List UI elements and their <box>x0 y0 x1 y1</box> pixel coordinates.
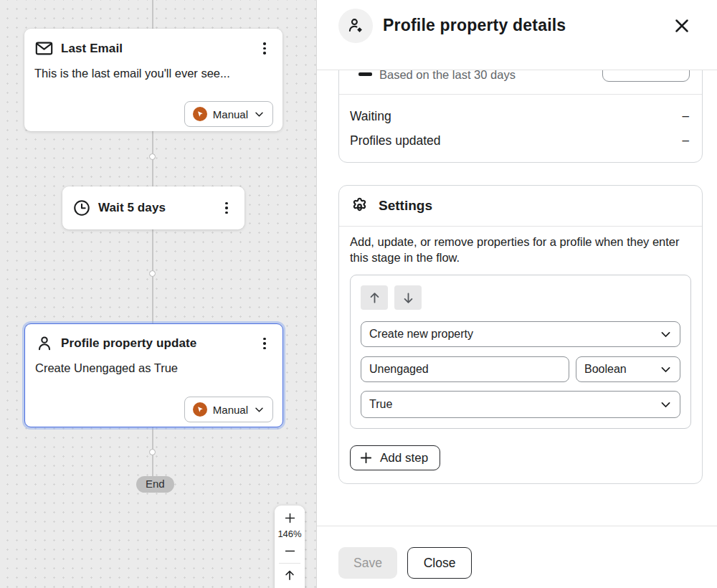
connector-dot[interactable] <box>149 153 156 160</box>
email-icon <box>34 39 54 58</box>
stat-value: – <box>683 133 691 148</box>
node-title: Wait 5 days <box>98 201 212 215</box>
property-step-editor: Create new property <box>350 275 691 429</box>
settings-card-header: Settings <box>339 186 702 227</box>
node-description: Create Unengaged as True <box>35 361 272 375</box>
panel-footer: Save Close <box>317 526 717 588</box>
stat-label: Waiting <box>350 109 391 124</box>
flow-canvas[interactable]: Last Email This is the last email you'll… <box>0 0 316 588</box>
canvas-zoom-toolbar: 146% <box>275 506 305 588</box>
analytics-rows: Waiting – Profiles updated – <box>339 95 702 162</box>
reorder-controls <box>361 285 680 310</box>
panel-header: Profile property details <box>317 0 717 70</box>
connector-dot[interactable] <box>149 270 156 277</box>
clock-icon <box>72 199 91 217</box>
zoom-out-button[interactable] <box>275 541 305 560</box>
stat-row-waiting: Waiting – <box>350 104 691 128</box>
add-step-button[interactable]: Add step <box>350 445 440 470</box>
flow-node-profile-property-update[interactable]: Profile property update Create Unengaged… <box>24 323 283 427</box>
save-button[interactable]: Save <box>338 547 397 579</box>
node-status-dropdown[interactable]: Manual <box>184 101 273 127</box>
node-status-label: Manual <box>213 404 248 416</box>
selected-value-label: True <box>369 398 392 411</box>
property-value-field: True <box>361 391 680 418</box>
property-type-select[interactable]: Boolean <box>576 356 680 382</box>
node-title: Last Email <box>61 42 250 56</box>
node-menu-button[interactable] <box>219 199 234 217</box>
toolbar-divider <box>279 563 300 564</box>
panel-body: Based on the last 30 days Waiting – Prof… <box>317 70 717 526</box>
node-menu-button[interactable] <box>257 334 272 353</box>
node-status-label: Manual <box>213 108 248 120</box>
zoom-level-label: 146% <box>277 527 301 541</box>
manual-status-icon <box>193 402 207 417</box>
chevron-down-icon <box>660 364 672 376</box>
settings-title: Settings <box>379 198 432 214</box>
move-step-down-button[interactable] <box>394 285 422 310</box>
chevron-down-icon <box>660 399 672 411</box>
connector-dot[interactable] <box>149 449 156 455</box>
stat-row-profiles-updated: Profiles updated – <box>350 128 691 153</box>
zoom-in-button[interactable] <box>275 508 305 527</box>
chevron-down-icon <box>254 404 265 415</box>
selected-action-label: Create new property <box>369 328 473 341</box>
profile-property-avatar-icon <box>338 9 373 43</box>
flow-editor: Last Email This is the last email you'll… <box>0 0 717 588</box>
move-step-up-button[interactable] <box>361 285 388 310</box>
stat-value: – <box>683 109 691 123</box>
plus-icon <box>359 451 373 465</box>
flow-node-wait[interactable]: Wait 5 days <box>62 186 244 229</box>
person-icon <box>35 334 54 353</box>
stat-label: Profiles updated <box>350 133 440 148</box>
node-title: Profile property update <box>61 336 250 351</box>
panel-title: Profile property details <box>383 16 658 35</box>
chevron-down-icon <box>254 109 265 120</box>
selected-type-label: Boolean <box>584 363 627 376</box>
flow-node-last-email[interactable]: Last Email This is the last email you'll… <box>24 29 282 131</box>
property-action-select[interactable]: Create new property <box>361 321 680 347</box>
close-panel-icon[interactable] <box>668 12 695 39</box>
details-panel: Profile property details Based on the la… <box>316 0 717 588</box>
close-button[interactable]: Close <box>407 547 472 579</box>
property-name-input[interactable] <box>361 356 569 382</box>
property-type-field: Boolean <box>576 356 680 382</box>
node-status-dropdown[interactable]: Manual <box>184 397 273 422</box>
property-action-field: Create new property <box>361 321 680 347</box>
scroll-to-top-button[interactable] <box>275 566 305 584</box>
property-name-field-wrap <box>361 356 569 382</box>
settings-description: Add, update, or remove properties for a … <box>350 234 691 265</box>
manual-status-icon <box>193 107 207 121</box>
flow-end-badge: End <box>136 476 174 493</box>
add-step-label: Add step <box>380 451 428 465</box>
settings-card: Settings Add, update, or remove properti… <box>338 185 703 484</box>
gear-icon <box>350 196 369 216</box>
property-value-select[interactable]: True <box>361 391 680 418</box>
metric-icon <box>358 72 372 76</box>
chevron-down-icon <box>660 328 672 341</box>
node-menu-button[interactable] <box>257 39 272 58</box>
node-description: This is the last email you'll ever see..… <box>34 67 272 80</box>
settings-card-body: Add, update, or remove properties for a … <box>339 227 702 470</box>
